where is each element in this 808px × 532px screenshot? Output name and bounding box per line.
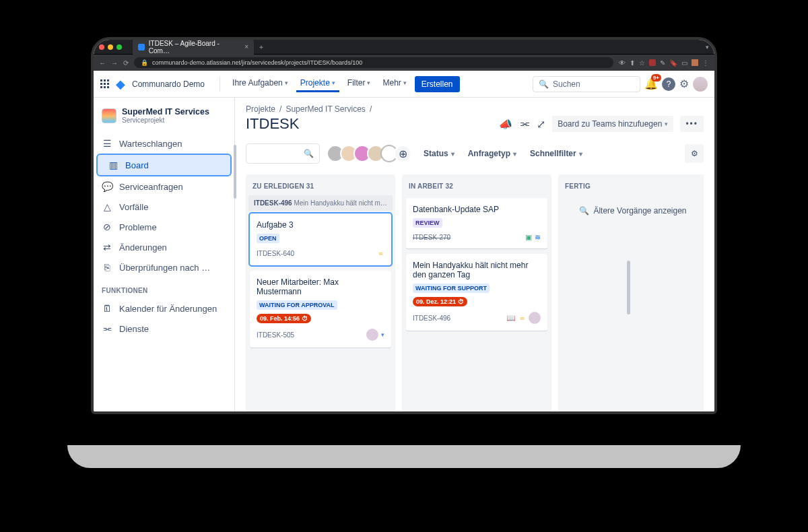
sidebar-item-änderungen[interactable]: ⇄Änderungen <box>94 237 234 257</box>
url-field[interactable]: 🔒 communardo-demo.atlassian.net/jira/ser… <box>134 57 613 68</box>
settings-icon[interactable]: ⚙ <box>679 77 689 90</box>
status-lozenge: OPEN <box>257 234 279 243</box>
create-button[interactable]: Erstellen <box>415 76 460 92</box>
megaphone-icon[interactable]: 📣 <box>499 118 512 131</box>
ext-star-icon[interactable]: ☆ <box>639 59 645 67</box>
issue-key[interactable]: ITDESK-640 <box>257 250 294 257</box>
sidebar-item-warteschlangen[interactable]: ☰Warteschlangen <box>94 133 234 154</box>
site-name[interactable]: Communardo Demo <box>132 79 205 89</box>
show-older-issues-link[interactable]: 🔍Ältere Vorgänge anzeigen <box>561 195 704 226</box>
board-search-input[interactable]: 🔍 <box>246 143 320 164</box>
sidebar-item-probleme[interactable]: ⊘Probleme <box>94 217 234 237</box>
tab-close-icon[interactable]: × <box>244 43 248 51</box>
issue-card[interactable]: Mein Handyakku hält nicht mehr den ganze… <box>406 254 547 331</box>
ext-bookmark-icon[interactable]: 🔖 <box>669 59 677 67</box>
ext-wand-icon[interactable]: ✎ <box>660 59 665 67</box>
back-icon[interactable]: ← <box>99 59 106 67</box>
sidebar-item-serviceanfragen[interactable]: 💬Serviceanfragen <box>94 176 234 197</box>
sidebar-item-label: Vorfälle <box>119 202 226 212</box>
sidebar-scrollbar[interactable] <box>234 145 236 199</box>
breadcrumb: Projekte / SuperMed IT Services / <box>246 104 704 114</box>
tabs-overflow-icon[interactable]: ▾ <box>706 44 709 51</box>
chevron-down-icon[interactable]: ▾ <box>381 331 384 338</box>
nav-projects[interactable]: Projekte▾ <box>296 75 339 92</box>
jira-logo-icon[interactable]: ◆ <box>116 77 125 92</box>
card-title: Mein Handyakku hält nicht mehr den ganze… <box>413 261 541 279</box>
project-icon <box>102 108 116 123</box>
issue-key[interactable]: ITDESK-270 <box>413 234 450 241</box>
nav-more[interactable]: Mehr▾ <box>378 75 410 92</box>
reload-icon[interactable]: ⟳ <box>123 59 129 67</box>
browser-address-bar: ← → ⟳ 🔒 communardo-demo.atlassian.net/ji… <box>94 55 714 71</box>
add-to-teams-button[interactable]: Board zu Teams hinzufuegen ▾ <box>552 116 673 132</box>
chevron-down-icon: ▾ <box>665 121 668 127</box>
ext-red-icon[interactable] <box>649 59 656 66</box>
url-text: communardo-demo.atlassian.net/jira/servi… <box>152 59 362 66</box>
column-header: FERTIG <box>558 174 704 195</box>
column-header: ZU ERLEDIGEN 31 <box>246 174 395 195</box>
ext-eye-icon[interactable]: 👁 <box>619 59 626 67</box>
due-date-badge: 09. Dez. 12:21 ⏱ <box>413 297 467 306</box>
browser-menu-icon[interactable]: ⋮ <box>702 59 709 67</box>
profile-avatar[interactable] <box>693 77 708 92</box>
project-type: Serviceprojekt <box>122 117 209 124</box>
sidebar-item-label: Serviceanfragen <box>119 182 226 192</box>
browser-tab[interactable]: ITDESK – Agile-Board - Com… × <box>133 38 254 57</box>
issue-key[interactable]: ITDESK-496 <box>413 314 450 322</box>
tag-icon: ▣ <box>525 233 532 242</box>
issue-card[interactable]: Neuer Mitarbeiter: Max Mustermann WAITIN… <box>250 271 391 347</box>
card-title: Neuer Mitarbeiter: Max Mustermann <box>257 277 384 296</box>
more-users-icon[interactable]: ⊕ <box>394 145 411 162</box>
forward-icon[interactable]: → <box>111 59 118 67</box>
sidebar-item-label: Dienste <box>119 324 226 334</box>
sidebar-item-kalender-für-änderungen[interactable]: 🗓Kalender für Änderungen <box>94 298 234 319</box>
expand-icon[interactable]: ⤢ <box>537 118 545 131</box>
sidebar-item-icon: ⎘ <box>102 262 112 273</box>
board-column: IN ARBEIT 32 Datenbank-Update SAP REVIEW… <box>402 174 551 411</box>
column-header: IN ARBEIT 32 <box>402 174 551 195</box>
help-button[interactable]: ? <box>662 77 675 91</box>
sidebar-item-vorfälle[interactable]: △Vorfälle <box>94 197 234 217</box>
new-tab-button[interactable]: ＋ <box>258 42 265 52</box>
card-title: Datenbank-Update SAP <box>413 205 541 214</box>
sidebar-item-board[interactable]: ▥Board <box>98 155 230 175</box>
nav-filters[interactable]: Filter▾ <box>343 75 375 92</box>
ext-upload-icon[interactable]: ⬆ <box>630 59 635 67</box>
sidebar-item-icon: 💬 <box>102 181 112 192</box>
browser-tab-title: ITDESK – Agile-Board - Com… <box>149 40 240 55</box>
crumb-project[interactable]: SuperMed IT Services <box>285 104 366 114</box>
sidebar-item-überprüfungen-nach-…[interactable]: ⎘Überprüfungen nach … <box>94 257 234 277</box>
app-switcher-icon[interactable] <box>100 79 109 88</box>
filter-quick[interactable]: Schnellfilter▾ <box>529 146 584 161</box>
crumb-projects[interactable]: Projekte <box>246 104 275 114</box>
filter-status[interactable]: Status▾ <box>422 146 456 161</box>
jira-top-nav: ◆ Communardo Demo Ihre Aufgaben▾ Projekt… <box>94 71 714 98</box>
filter-request-type[interactable]: Anfragetyp▾ <box>467 146 518 161</box>
board-more-button[interactable]: ••• <box>680 116 704 132</box>
issue-key[interactable]: ITDESK-505 <box>257 331 294 339</box>
sidebar-item-icon: ☰ <box>102 138 112 149</box>
sidebar-item-label: Kalender für Änderungen <box>119 304 226 314</box>
global-search-input[interactable]: 🔍 Suchen <box>533 76 640 92</box>
issue-card[interactable]: Datenbank-Update SAP REVIEW ITDESK-270 ▣… <box>406 198 547 248</box>
sidebar-item-icon: ⇄ <box>102 242 112 253</box>
ext-orange-icon[interactable] <box>692 59 698 66</box>
assignee-filter[interactable]: ⊕ <box>331 145 411 162</box>
view-settings-icon[interactable]: ⚙ <box>685 144 704 163</box>
share-icon[interactable]: ⫘ <box>519 118 530 130</box>
sidebar-item-dienste[interactable]: ⫘Dienste <box>94 319 234 339</box>
notifications-button[interactable]: 🔔 9+ <box>644 77 658 90</box>
ext-doc-icon[interactable]: ▭ <box>681 59 687 67</box>
sidebar-item-icon: △ <box>102 201 112 212</box>
issue-card[interactable]: Aufgabe 3 OPEN ITDESK-640 ＝ <box>250 213 391 265</box>
board-scrollbar[interactable] <box>627 261 630 314</box>
project-name: SuperMed IT Services <box>122 107 209 117</box>
browser-tab-strip: ITDESK – Agile-Board - Com… × ＋ ▾ <box>94 40 714 55</box>
browser-extensions: 👁 ⬆ ☆ ✎ 🔖 ▭ ⋮ <box>619 59 709 67</box>
nav-your-work[interactable]: Ihre Aufgaben▾ <box>228 75 292 92</box>
column-sticky-issue[interactable]: ITDESK-496 Mein Handyakku hält nicht m… <box>248 195 393 211</box>
sidebar-section-label: FUNKTIONEN <box>94 277 234 298</box>
search-icon: 🔍 <box>579 206 589 215</box>
due-date-badge: 09. Feb. 14:56 ⏱ <box>257 314 311 323</box>
lock-icon: 🔒 <box>141 59 148 66</box>
